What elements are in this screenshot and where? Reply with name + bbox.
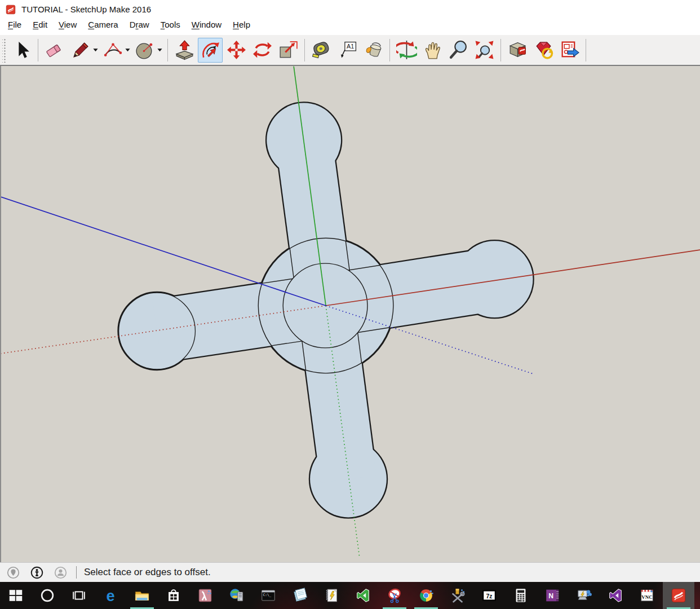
toolbar-grip-handle[interactable] [2, 38, 6, 63]
lambda-icon [197, 587, 214, 604]
scale-tool-button[interactable] [276, 38, 300, 63]
taskbar-button-visual-studio-green[interactable] [347, 582, 379, 609]
globe-server-icon [228, 587, 245, 604]
taskbar-button-windows-store[interactable] [158, 582, 189, 609]
file-explorer-icon [134, 587, 150, 604]
window-title: TUTORIAL - SketchUp Make 2016 [21, 5, 151, 14]
taskbar-button-notepad[interactable] [284, 582, 316, 609]
toolbar-separator [586, 39, 586, 61]
line-tool-button[interactable] [68, 38, 93, 63]
geolocation-icon [7, 566, 20, 579]
paint-bucket-icon [363, 39, 384, 60]
taskbar-button-file-explorer[interactable] [126, 582, 158, 609]
status-model-info-button[interactable] [29, 564, 45, 580]
zoom-extents-tool-button[interactable] [472, 38, 497, 63]
pan-tool-button[interactable] [420, 38, 445, 63]
toolbar-separator [304, 39, 305, 61]
eraser-tool-button[interactable] [42, 38, 67, 63]
svg-text:A1: A1 [347, 43, 354, 50]
taskbar-button-onenote[interactable]: N [537, 582, 568, 609]
select-arrow-icon [11, 39, 32, 60]
sketchup-logo-icon [5, 4, 16, 15]
taskbar-button-admin-tools[interactable] [442, 582, 473, 609]
chrome-icon [418, 587, 435, 604]
text-tool-button[interactable]: A1 [335, 38, 360, 63]
extension-warehouse-button[interactable] [531, 38, 556, 63]
extension-warehouse-icon [533, 39, 554, 60]
push-pull-tool-button[interactable] [172, 38, 197, 63]
warehouse-model-icon [507, 39, 528, 60]
drawing-viewport[interactable] [0, 66, 700, 562]
arc-tool-dropdown[interactable] [124, 38, 131, 63]
taskbar-button-cortana-search[interactable] [32, 582, 63, 609]
taskbar-button-notebook-app[interactable] [316, 582, 347, 609]
circle-tool-button[interactable] [132, 38, 157, 63]
menu-item-view[interactable]: View [53, 19, 82, 32]
status-sign-in-button[interactable] [52, 564, 68, 580]
move-tool-button[interactable] [224, 38, 249, 63]
status-bar: Select face or edges to offset. [0, 562, 700, 582]
arc-tool-button[interactable] [100, 38, 125, 63]
title-bar: TUTORIAL - SketchUp Make 2016 [0, 0, 700, 19]
taskbar-button-network-server-app[interactable] [221, 582, 252, 609]
lightning-notebook-icon [323, 587, 340, 604]
circle-tool-dropdown[interactable] [156, 38, 163, 63]
model-canvas[interactable] [1, 66, 700, 562]
taskbar-button-lambda-app[interactable] [189, 582, 221, 609]
rotate-tool-button[interactable] [250, 38, 274, 63]
menu-item-tools[interactable]: Tools [155, 19, 186, 32]
taskbar-button-edge-browser[interactable]: e [95, 582, 126, 609]
taskbar-button-task-view[interactable] [63, 582, 95, 609]
taskbar-button-calculator[interactable] [505, 582, 537, 609]
orbit-icon [396, 39, 417, 60]
menu-item-help[interactable]: Help [227, 19, 256, 32]
paint-bucket-tool-button[interactable] [361, 38, 386, 63]
taskbar-button-vnc-viewer[interactable]: VNC [631, 582, 663, 609]
get-models-button[interactable] [505, 38, 530, 63]
cortana-circle-icon [39, 587, 56, 604]
svg-text:N: N [548, 592, 553, 600]
taskbar-button-remote-desktop[interactable] [568, 582, 600, 609]
menu-item-camera[interactable]: Camera [82, 19, 123, 32]
windows-start-icon [7, 587, 24, 604]
toolbar-separator [38, 39, 38, 61]
select-tool-button[interactable] [9, 38, 34, 63]
visual-studio-green-icon [355, 587, 371, 604]
line-tool-dropdown[interactable] [92, 38, 99, 63]
toolbar-separator [167, 39, 168, 61]
send-to-layout-button[interactable] [557, 38, 582, 63]
taskbar-button-command-prompt[interactable]: C:\_ [252, 582, 284, 609]
taskbar-button-chrome[interactable] [410, 582, 442, 609]
menu-item-draw[interactable]: Draw [124, 19, 155, 32]
vnc-viewer-icon: VNC [639, 587, 655, 604]
caret-down-icon [125, 47, 131, 53]
remote-desktop-icon [575, 587, 592, 604]
zoom-tool-button[interactable] [446, 38, 471, 63]
tape-measure-icon [311, 39, 332, 60]
eraser-icon [45, 39, 65, 60]
offset-icon [200, 39, 221, 60]
taskbar-button-start[interactable] [0, 582, 32, 609]
push-pull-icon [174, 39, 195, 60]
notepad-icon [291, 587, 308, 604]
move-icon [226, 39, 247, 60]
circle-icon [135, 39, 156, 60]
tape-measure-tool-button[interactable] [309, 38, 334, 63]
task-view-icon [70, 587, 87, 604]
taskbar-button-sketchup[interactable] [663, 582, 694, 609]
menu-item-file[interactable]: File [2, 19, 27, 32]
offset-tool-button[interactable] [198, 38, 223, 63]
windows-taskbar: eC:\_ 7zN VNC [0, 582, 700, 609]
orbit-tool-button[interactable] [394, 38, 419, 63]
pan-icon [422, 39, 443, 60]
blue-axis-solid [1, 197, 326, 306]
menu-item-window[interactable]: Window [186, 19, 227, 32]
taskbar-button-visual-studio-purple[interactable] [600, 582, 631, 609]
menu-item-edit[interactable]: Edit [27, 19, 53, 32]
status-geolocation-button[interactable] [5, 564, 21, 580]
taskbar-button-snipping-tool[interactable] [379, 582, 410, 609]
send-to-layout-icon [559, 39, 580, 60]
zoom-icon [448, 39, 469, 60]
taskbar-button-seven-zip[interactable]: 7z [473, 582, 505, 609]
svg-text:C:\_: C:\_ [263, 593, 272, 597]
